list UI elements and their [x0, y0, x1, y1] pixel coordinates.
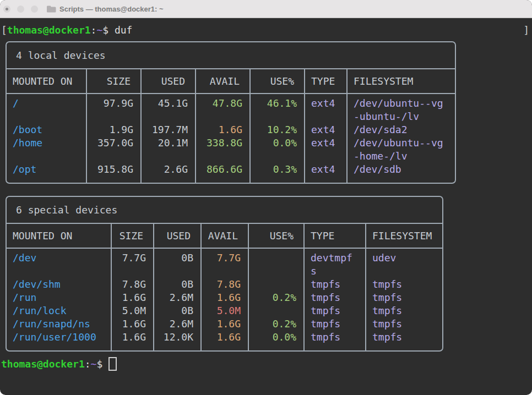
- cell-used: 197.7M: [142, 123, 196, 136]
- cell-use-percent: 0.2%: [249, 317, 305, 331]
- close-button[interactable]: [3, 6, 10, 13]
- current-prompt-line: thomas@docker1:~$: [0, 356, 532, 371]
- cell-use-percent: 0.0%: [251, 136, 305, 163]
- cell-used: 2.6M: [154, 317, 202, 331]
- cell-type: ext4: [305, 136, 348, 163]
- cell-type: tmpfs: [305, 317, 366, 331]
- command-text: duf: [115, 24, 133, 36]
- cell-filesystem: /dev/ubuntu--vg -home-/lv: [348, 136, 455, 163]
- cell-filesystem: tmpfs: [366, 304, 442, 317]
- cell-filesystem: /dev/ubuntu--vg -ubuntu-/lv: [348, 94, 455, 123]
- cell-filesystem: udev: [366, 249, 442, 278]
- terminal-window: Scripts — thomas@docker1: ~ [thomas@dock…: [0, 0, 532, 395]
- column-header-used: USED: [142, 69, 196, 93]
- cell-use-percent: 10.2%: [251, 123, 305, 136]
- special-devices-table: 6 special devicesMOUNTED ONSIZEUSEDAVAIL…: [6, 196, 443, 352]
- terminal-screen[interactable]: [thomas@docker1:~$ duf ] 4 local devices…: [0, 23, 532, 371]
- left-bracket: [: [1, 24, 7, 36]
- local-devices-table: 4 local devicesMOUNTED ONSIZEUSEDAVAILUS…: [6, 41, 456, 184]
- table-header-row: MOUNTED ONSIZEUSEDAVAILUSE%TYPEFILESYSTE…: [7, 224, 442, 249]
- cell-used: 45.1G: [142, 94, 196, 123]
- cell-size: 1.6G: [112, 317, 154, 331]
- folder-icon: [47, 6, 56, 13]
- cell-type: ext4: [305, 94, 348, 123]
- cell-used: 12.0K: [154, 331, 202, 350]
- cell-size: 1.9G: [87, 123, 142, 136]
- close-dot-icon: [6, 8, 8, 10]
- window-titlebar[interactable]: Scripts — thomas@docker1: ~: [0, 0, 532, 18]
- cell-size: 915.8G: [87, 163, 142, 183]
- cell-type: tmpfs: [305, 291, 366, 304]
- cell-mounted-on: /run/snapd/ns: [7, 317, 112, 331]
- cell-avail: 1.6G: [202, 291, 249, 304]
- right-bracket: ]: [523, 23, 529, 37]
- window-title: Scripts — thomas@docker1: ~: [59, 5, 164, 13]
- table-title: 6 special devices: [7, 197, 442, 224]
- column-header-mounted-on: MOUNTED ON: [7, 224, 112, 248]
- table-body: /97.9G45.1G47.8G46.1%ext4/dev/ubuntu--vg…: [7, 94, 455, 183]
- table-title: 4 local devices: [7, 42, 455, 69]
- cell-use-percent: [249, 249, 305, 278]
- cell-used: 0B: [154, 304, 202, 317]
- column-header-type: TYPE: [305, 224, 366, 248]
- cell-size: 1.6G: [112, 331, 154, 350]
- cell-avail: 7.7G: [202, 249, 249, 278]
- cell-mounted-on: /dev/shm: [7, 278, 112, 291]
- cell-use-percent: 0.0%: [249, 331, 305, 350]
- column-header-mounted-on: MOUNTED ON: [7, 69, 87, 93]
- cell-mounted-on: /home: [7, 136, 87, 163]
- cell-avail: 1.6G: [196, 123, 251, 136]
- cell-used: 2.6M: [154, 291, 202, 304]
- prompt-username: thomas@docker1: [7, 24, 91, 36]
- column-header-use-percent: USE%: [251, 69, 305, 93]
- prompt-tilde: ~: [96, 24, 102, 36]
- cell-mounted-on: /run/lock: [7, 304, 112, 317]
- cell-used: 0B: [154, 278, 202, 291]
- column-header-filesystem: FILESYSTEM: [348, 69, 455, 93]
- cell-used: 0B: [154, 249, 202, 278]
- prompt-tilde: ~: [91, 356, 97, 371]
- cell-filesystem: tmpfs: [366, 317, 442, 331]
- cell-avail: 1.6G: [202, 317, 249, 331]
- column-header-size: SIZE: [112, 224, 154, 248]
- cell-use-percent: 0.2%: [249, 291, 305, 304]
- cell-avail: 7.8G: [202, 278, 249, 291]
- table-header-row: MOUNTED ONSIZEUSEDAVAILUSE%TYPEFILESYSTE…: [7, 69, 455, 94]
- table-body: /dev7.7G0B7.7Gdevtmpf sudev/dev/shm7.8G0…: [7, 249, 442, 350]
- column-header-avail: AVAIL: [196, 69, 251, 93]
- cell-filesystem: tmpfs: [366, 278, 442, 291]
- command-line: [thomas@docker1:~$ duf ]: [0, 23, 532, 37]
- cell-use-percent: [249, 278, 305, 291]
- command-prompt: [thomas@docker1:~$ duf: [1, 23, 132, 37]
- minimize-button[interactable]: [17, 6, 24, 13]
- traffic-lights: [0, 6, 38, 13]
- cell-filesystem: tmpfs: [366, 291, 442, 304]
- cell-mounted-on: /boot: [7, 123, 87, 136]
- column-header-avail: AVAIL: [202, 224, 249, 248]
- cell-mounted-on: /run/user/1000: [7, 331, 112, 350]
- cell-mounted-on: /dev: [7, 249, 112, 278]
- cell-used: 2.6G: [142, 163, 196, 183]
- column-header-type: TYPE: [305, 69, 348, 93]
- cell-size: 97.9G: [87, 94, 142, 123]
- cell-size: 1.6G: [112, 291, 154, 304]
- cell-avail: 338.8G: [196, 136, 251, 163]
- cell-use-percent: 46.1%: [251, 94, 305, 123]
- prompt-username: thomas@docker1: [1, 356, 85, 371]
- prompt-colon: :: [85, 356, 91, 371]
- column-header-used: USED: [154, 224, 202, 248]
- cell-avail: 47.8G: [196, 94, 251, 123]
- cell-filesystem: /dev/sda2: [348, 123, 455, 136]
- cell-type: ext4: [305, 123, 348, 136]
- column-header-use-percent: USE%: [249, 224, 305, 248]
- terminal-cursor[interactable]: [108, 357, 117, 371]
- cell-filesystem: tmpfs: [366, 331, 442, 350]
- cell-use-percent: 0.3%: [251, 163, 305, 183]
- cell-used: 20.1M: [142, 136, 196, 163]
- zoom-button[interactable]: [31, 6, 38, 13]
- prompt-dollar: $: [96, 356, 108, 371]
- cell-avail: 866.6G: [196, 163, 251, 183]
- prompt-dollar: $: [102, 24, 115, 36]
- cell-size: 7.8G: [112, 278, 154, 291]
- cell-size: 7.7G: [112, 249, 154, 278]
